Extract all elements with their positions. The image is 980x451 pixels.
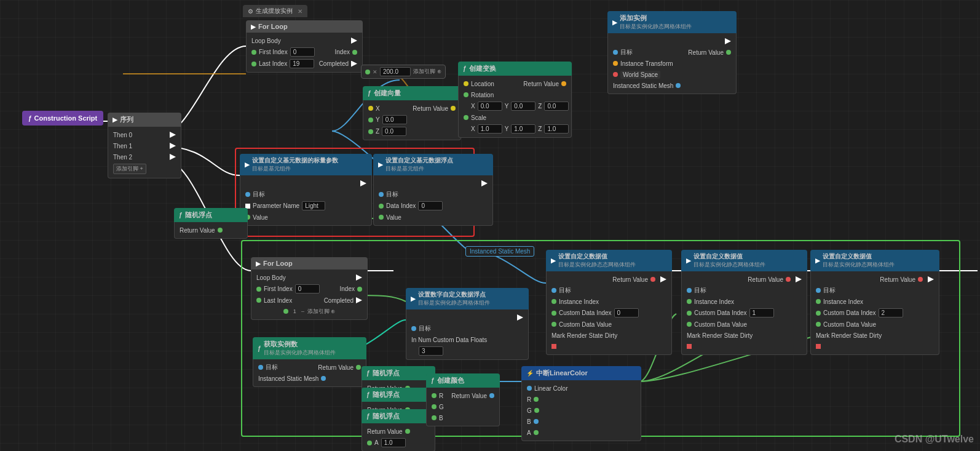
set-custom-2-header: ▶ 设置自定义数据值 目标是实例化静态网格体组件 <box>681 250 807 271</box>
set-numeric-header: ▶ 设置数字自定义数据浮点 目标是实例化静态网格体组件 <box>406 288 529 309</box>
create-color-r-label: R <box>439 393 443 399</box>
mlc-g: G <box>522 405 641 416</box>
spawn-instances-label: 生成摆放实例 <box>256 7 293 15</box>
set-custom-1-data-idx-input[interactable] <box>614 308 639 317</box>
for-bottom-completed: Completed <box>324 297 362 304</box>
set-float-title: 设置自定义基元数据浮点 <box>385 156 453 165</box>
for-bottom-loop-body-label: Loop Body <box>256 274 286 281</box>
for-bottom-first-input[interactable] <box>295 284 320 293</box>
set-numeric-num-input[interactable] <box>419 346 443 356</box>
set-float-index-row: Data Index <box>374 200 492 212</box>
sequence-node: ▶ 序列 Then 0 Then 1 Then 2 添加引脚 + <box>108 113 181 178</box>
rot-pin <box>464 92 468 97</box>
random-float-1-icon: ƒ <box>179 212 183 218</box>
for-bottom-exec-in: ▶ <box>256 260 261 267</box>
set-float-index-input[interactable] <box>418 201 443 210</box>
scale-pin <box>464 115 468 120</box>
set-custom-2-title-wrap: 设置自定义数据值 目标是实例化静态网格体组件 <box>694 252 765 269</box>
rf4-a-input[interactable] <box>381 438 406 447</box>
then1-row: Then 1 <box>108 140 181 151</box>
then2-label: Then 2 <box>113 154 132 161</box>
set-float-target-label: 目标 <box>386 190 398 199</box>
set-numeric-body: 目标 In Num Custom Data Floats <box>406 309 529 360</box>
set-numeric-target-label: 目标 <box>419 324 431 333</box>
set-scalar-target: 目标 <box>240 189 371 200</box>
vec-z-pin <box>368 129 373 134</box>
first-index-row: First Index Index <box>247 46 362 58</box>
rf1-return-label: Return Value <box>180 227 215 234</box>
get-inst-return: Return Value <box>318 364 361 371</box>
set-numeric-exec-out <box>406 312 528 323</box>
set-custom-3-data-idx: Custom Data Index <box>811 307 939 319</box>
add-inst-exec <box>725 38 731 44</box>
create-vector-header: ƒ 创建向量 <box>363 86 461 100</box>
for-loop-bottom-header: ▶ For Loop <box>251 257 368 269</box>
set-numeric-target-pin <box>411 326 416 331</box>
vec-x-label: X <box>376 105 380 112</box>
vec-z-input[interactable] <box>382 127 406 136</box>
create-color-return-label: Return Value <box>451 393 487 399</box>
set-custom-3-return-label: Return Value <box>880 276 915 283</box>
then0-pin-right <box>170 132 176 138</box>
set-custom-1-exec-in: ▶ <box>551 257 556 264</box>
rot-x-input[interactable] <box>478 102 502 111</box>
add-pin-row[interactable]: 添加引脚 + <box>108 162 181 175</box>
mlc-r-pin <box>534 397 539 402</box>
vec-y-input[interactable] <box>382 115 407 124</box>
for-bottom-add-pin-btn[interactable]: 添加引脚 ⊕ <box>307 308 336 316</box>
add-inst-return-pin <box>726 50 731 55</box>
for-bottom-add-label[interactable]: 1 <box>291 308 299 314</box>
add-pin-button[interactable]: 添加引脚 + <box>113 164 146 174</box>
for-loop-top-title: For Loop <box>258 23 288 30</box>
set-custom-3-inst-idx-pin <box>816 299 821 304</box>
scale-z-input[interactable] <box>544 124 569 134</box>
random-float-3-icon: ƒ <box>366 391 370 398</box>
scale-label: Scale <box>471 114 486 121</box>
set-custom-2-data-idx-input[interactable] <box>749 308 774 317</box>
mlc-a: A <box>522 427 641 438</box>
add-inst-exec-out <box>608 36 736 47</box>
last-index-input[interactable] <box>290 59 314 68</box>
create-transform-body: Location Return Value Rotation X Y Z Sca… <box>458 76 572 138</box>
for-bottom-first-pin <box>256 287 261 292</box>
create-transform-header: ƒ 创建变换 <box>458 62 572 76</box>
rf1-return-row: Return Value <box>175 225 247 236</box>
set-scalar-param-input[interactable] <box>302 201 325 210</box>
scale-y-input[interactable] <box>511 124 535 134</box>
rot-z-input[interactable] <box>544 102 569 111</box>
set-numeric-exec-in: ▶ <box>411 295 416 302</box>
rf4-a-pin <box>367 441 372 445</box>
make-linear-color-icon: ⚡ <box>526 370 534 377</box>
set-scalar-param-row: Parameter Name <box>240 200 371 212</box>
value-200-input[interactable] <box>380 67 411 76</box>
set-custom-1-dirty-pin <box>547 341 671 352</box>
vec-y-label: Y <box>376 116 380 123</box>
set-custom-2-inst-idx-pin <box>687 299 692 304</box>
set-scalar-param-name-label: Parameter Name <box>253 202 299 209</box>
set-custom-3-exec-in: ▶ <box>815 257 820 264</box>
add-pin-label-top[interactable]: 添加引脚 ⊕ <box>413 68 441 76</box>
set-custom-3-data-val: Custom Data Value <box>811 319 939 330</box>
mlc-linear-color-label: Linear Color <box>534 385 567 392</box>
first-index-input[interactable] <box>290 47 315 57</box>
set-custom-2-data-idx-label: Custom Data Index <box>694 309 747 316</box>
for-bottom-index-out: Index <box>340 285 362 292</box>
loop-body-exec <box>351 38 357 44</box>
scale-x-input[interactable] <box>478 124 502 134</box>
then2-row: Then 2 <box>108 151 181 162</box>
set-numeric-subtitle: 目标是实例化静态网格体组件 <box>418 299 490 307</box>
create-color-body: R Return Value G B <box>426 388 500 426</box>
add-inst-transform: Instance Transform <box>608 58 736 69</box>
scale-x-label: X <box>471 126 475 132</box>
set-custom-3-data-idx-input[interactable] <box>879 308 903 317</box>
for-bottom-loop-exec-pin <box>356 274 362 281</box>
add-inst-transform-label: Instance Transform <box>620 60 673 67</box>
for-bottom-minus-btn[interactable]: − <box>301 308 305 315</box>
mlc-b-pin <box>534 419 539 424</box>
set-float-value: Value <box>374 212 492 223</box>
rot-y-input[interactable] <box>511 102 535 111</box>
last-index-row: Last Index Completed <box>247 58 362 70</box>
for-exec-in: ▶ <box>251 23 256 30</box>
create-color-r-pin <box>432 393 437 398</box>
set-custom-3-return-pin <box>918 277 923 282</box>
